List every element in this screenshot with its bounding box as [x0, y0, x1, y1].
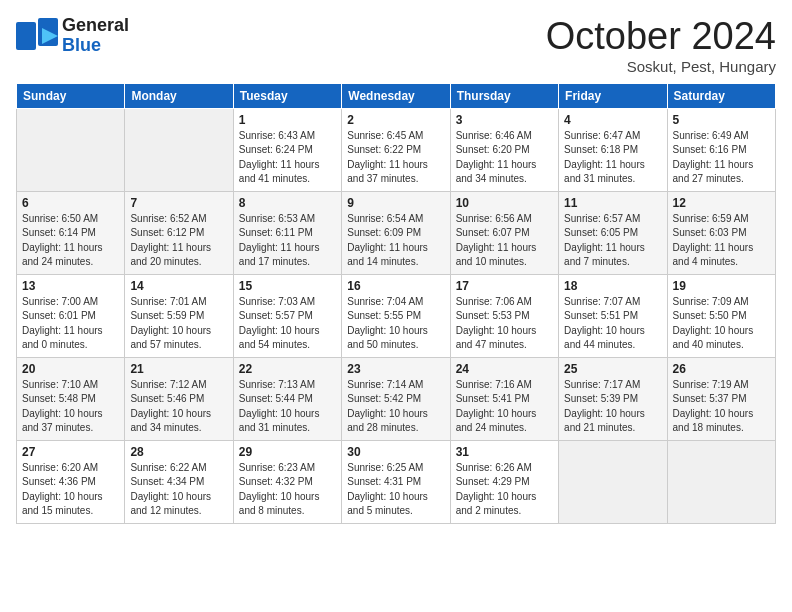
calendar-week-2: 6Sunrise: 6:50 AMSunset: 6:14 PMDaylight… [17, 191, 776, 274]
day-detail: Sunrise: 6:53 AMSunset: 6:11 PMDaylight:… [239, 212, 336, 270]
day-detail: Sunrise: 6:45 AMSunset: 6:22 PMDaylight:… [347, 129, 444, 187]
calendar-day: 11Sunrise: 6:57 AMSunset: 6:05 PMDayligh… [559, 191, 667, 274]
calendar-day: 15Sunrise: 7:03 AMSunset: 5:57 PMDayligh… [233, 274, 341, 357]
header-day-saturday: Saturday [667, 83, 775, 108]
day-number: 28 [130, 445, 227, 459]
day-detail: Sunrise: 6:56 AMSunset: 6:07 PMDaylight:… [456, 212, 553, 270]
calendar-day: 25Sunrise: 7:17 AMSunset: 5:39 PMDayligh… [559, 357, 667, 440]
day-number: 6 [22, 196, 119, 210]
day-detail: Sunrise: 6:22 AMSunset: 4:34 PMDaylight:… [130, 461, 227, 519]
day-detail: Sunrise: 7:07 AMSunset: 5:51 PMDaylight:… [564, 295, 661, 353]
calendar-day: 7Sunrise: 6:52 AMSunset: 6:12 PMDaylight… [125, 191, 233, 274]
day-number: 18 [564, 279, 661, 293]
day-number: 14 [130, 279, 227, 293]
day-detail: Sunrise: 6:54 AMSunset: 6:09 PMDaylight:… [347, 212, 444, 270]
calendar-day: 2Sunrise: 6:45 AMSunset: 6:22 PMDaylight… [342, 108, 450, 191]
calendar-day: 6Sunrise: 6:50 AMSunset: 6:14 PMDaylight… [17, 191, 125, 274]
day-detail: Sunrise: 6:57 AMSunset: 6:05 PMDaylight:… [564, 212, 661, 270]
calendar-day: 23Sunrise: 7:14 AMSunset: 5:42 PMDayligh… [342, 357, 450, 440]
day-number: 29 [239, 445, 336, 459]
location: Soskut, Pest, Hungary [546, 58, 776, 75]
day-number: 24 [456, 362, 553, 376]
calendar-table: SundayMondayTuesdayWednesdayThursdayFrid… [16, 83, 776, 524]
day-number: 1 [239, 113, 336, 127]
day-detail: Sunrise: 6:50 AMSunset: 6:14 PMDaylight:… [22, 212, 119, 270]
calendar-day: 24Sunrise: 7:16 AMSunset: 5:41 PMDayligh… [450, 357, 558, 440]
day-number: 31 [456, 445, 553, 459]
day-detail: Sunrise: 7:04 AMSunset: 5:55 PMDaylight:… [347, 295, 444, 353]
day-number: 27 [22, 445, 119, 459]
calendar-week-4: 20Sunrise: 7:10 AMSunset: 5:48 PMDayligh… [17, 357, 776, 440]
day-number: 26 [673, 362, 770, 376]
day-number: 17 [456, 279, 553, 293]
calendar-header-row: SundayMondayTuesdayWednesdayThursdayFrid… [17, 83, 776, 108]
calendar-day: 4Sunrise: 6:47 AMSunset: 6:18 PMDaylight… [559, 108, 667, 191]
calendar-day: 28Sunrise: 6:22 AMSunset: 4:34 PMDayligh… [125, 440, 233, 523]
header-day-sunday: Sunday [17, 83, 125, 108]
calendar-day: 3Sunrise: 6:46 AMSunset: 6:20 PMDaylight… [450, 108, 558, 191]
calendar-day: 13Sunrise: 7:00 AMSunset: 6:01 PMDayligh… [17, 274, 125, 357]
day-detail: Sunrise: 7:19 AMSunset: 5:37 PMDaylight:… [673, 378, 770, 436]
day-detail: Sunrise: 7:09 AMSunset: 5:50 PMDaylight:… [673, 295, 770, 353]
calendar-day: 9Sunrise: 6:54 AMSunset: 6:09 PMDaylight… [342, 191, 450, 274]
day-detail: Sunrise: 6:59 AMSunset: 6:03 PMDaylight:… [673, 212, 770, 270]
calendar-day: 10Sunrise: 6:56 AMSunset: 6:07 PMDayligh… [450, 191, 558, 274]
day-number: 11 [564, 196, 661, 210]
header-day-friday: Friday [559, 83, 667, 108]
calendar-day: 18Sunrise: 7:07 AMSunset: 5:51 PMDayligh… [559, 274, 667, 357]
title-area: October 2024 Soskut, Pest, Hungary [546, 16, 776, 75]
calendar-day: 27Sunrise: 6:20 AMSunset: 4:36 PMDayligh… [17, 440, 125, 523]
calendar-day: 8Sunrise: 6:53 AMSunset: 6:11 PMDaylight… [233, 191, 341, 274]
day-detail: Sunrise: 7:14 AMSunset: 5:42 PMDaylight:… [347, 378, 444, 436]
calendar-day [559, 440, 667, 523]
day-number: 4 [564, 113, 661, 127]
svg-rect-0 [16, 22, 36, 50]
calendar-day: 30Sunrise: 6:25 AMSunset: 4:31 PMDayligh… [342, 440, 450, 523]
calendar-day: 1Sunrise: 6:43 AMSunset: 6:24 PMDaylight… [233, 108, 341, 191]
calendar-day: 12Sunrise: 6:59 AMSunset: 6:03 PMDayligh… [667, 191, 775, 274]
page-header: General Blue October 2024 Soskut, Pest, … [16, 16, 776, 75]
header-day-monday: Monday [125, 83, 233, 108]
day-detail: Sunrise: 7:13 AMSunset: 5:44 PMDaylight:… [239, 378, 336, 436]
day-number: 2 [347, 113, 444, 127]
day-number: 20 [22, 362, 119, 376]
day-number: 10 [456, 196, 553, 210]
calendar-day: 19Sunrise: 7:09 AMSunset: 5:50 PMDayligh… [667, 274, 775, 357]
day-number: 25 [564, 362, 661, 376]
day-detail: Sunrise: 7:10 AMSunset: 5:48 PMDaylight:… [22, 378, 119, 436]
day-detail: Sunrise: 7:17 AMSunset: 5:39 PMDaylight:… [564, 378, 661, 436]
calendar-day: 20Sunrise: 7:10 AMSunset: 5:48 PMDayligh… [17, 357, 125, 440]
day-number: 8 [239, 196, 336, 210]
day-number: 19 [673, 279, 770, 293]
day-detail: Sunrise: 6:52 AMSunset: 6:12 PMDaylight:… [130, 212, 227, 270]
calendar-day [125, 108, 233, 191]
day-detail: Sunrise: 6:25 AMSunset: 4:31 PMDaylight:… [347, 461, 444, 519]
day-number: 15 [239, 279, 336, 293]
day-detail: Sunrise: 6:20 AMSunset: 4:36 PMDaylight:… [22, 461, 119, 519]
header-day-thursday: Thursday [450, 83, 558, 108]
calendar-week-5: 27Sunrise: 6:20 AMSunset: 4:36 PMDayligh… [17, 440, 776, 523]
day-number: 7 [130, 196, 227, 210]
day-detail: Sunrise: 7:01 AMSunset: 5:59 PMDaylight:… [130, 295, 227, 353]
day-number: 5 [673, 113, 770, 127]
day-detail: Sunrise: 6:47 AMSunset: 6:18 PMDaylight:… [564, 129, 661, 187]
calendar-day: 5Sunrise: 6:49 AMSunset: 6:16 PMDaylight… [667, 108, 775, 191]
day-detail: Sunrise: 6:43 AMSunset: 6:24 PMDaylight:… [239, 129, 336, 187]
day-number: 16 [347, 279, 444, 293]
calendar-day: 29Sunrise: 6:23 AMSunset: 4:32 PMDayligh… [233, 440, 341, 523]
day-number: 3 [456, 113, 553, 127]
header-day-tuesday: Tuesday [233, 83, 341, 108]
calendar-day [17, 108, 125, 191]
day-number: 22 [239, 362, 336, 376]
day-detail: Sunrise: 6:23 AMSunset: 4:32 PMDaylight:… [239, 461, 336, 519]
logo: General Blue [16, 16, 129, 56]
day-number: 9 [347, 196, 444, 210]
day-detail: Sunrise: 7:06 AMSunset: 5:53 PMDaylight:… [456, 295, 553, 353]
calendar-week-1: 1Sunrise: 6:43 AMSunset: 6:24 PMDaylight… [17, 108, 776, 191]
header-day-wednesday: Wednesday [342, 83, 450, 108]
day-number: 13 [22, 279, 119, 293]
day-detail: Sunrise: 6:46 AMSunset: 6:20 PMDaylight:… [456, 129, 553, 187]
month-title: October 2024 [546, 16, 776, 58]
day-detail: Sunrise: 7:03 AMSunset: 5:57 PMDaylight:… [239, 295, 336, 353]
calendar-week-3: 13Sunrise: 7:00 AMSunset: 6:01 PMDayligh… [17, 274, 776, 357]
